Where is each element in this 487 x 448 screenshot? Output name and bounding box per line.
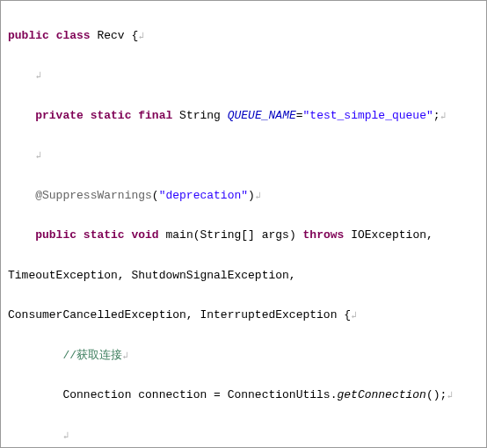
brace: { [125, 29, 139, 42]
code-editor: public class Recv {↲ ↲ private static fi… [0, 0, 487, 448]
linefeed-icon: ↲ [122, 350, 128, 361]
exception-list: ConsumerCancelledException, InterruptedE… [8, 308, 351, 322]
code-line: TimeoutException, ShutdownSignalExceptio… [8, 266, 479, 286]
keyword-class: class [56, 29, 91, 42]
op: = [296, 109, 303, 122]
linefeed-icon: ↲ [138, 31, 144, 41]
static-method: getConnection [337, 388, 425, 401]
keyword-public: public [8, 29, 49, 42]
linefeed-icon: ↲ [351, 310, 357, 321]
code-line: public static void main(String[] args) t… [8, 226, 479, 246]
annotation: @SuppressWarnings [35, 189, 152, 202]
keyword-final: final [138, 109, 172, 122]
code-line: private static final String QUEUE_NAME="… [8, 106, 479, 126]
code-text: (); [426, 388, 447, 401]
constant-queue-name: QUEUE_NAME [228, 109, 296, 122]
code-line: Connection connection = ConnectionUtils.… [8, 386, 479, 406]
class-name: Recv [97, 29, 124, 42]
exception-list: TimeoutException, ShutdownSignalExceptio… [8, 269, 296, 282]
code-line: ConsumerCancelledException, InterruptedE… [8, 306, 479, 326]
code-line: ↲ [8, 426, 479, 446]
keyword-static: static [84, 228, 125, 242]
keyword-private: private [35, 109, 84, 122]
keyword-throws: throws [303, 228, 345, 242]
linefeed-icon: ↲ [447, 390, 453, 401]
string-literal: "deprecation" [159, 189, 248, 202]
linefeed-icon: ↲ [35, 70, 41, 81]
linefeed-icon: ↲ [255, 191, 261, 201]
code-line: ↲ [8, 66, 479, 86]
code-line: ↲ [8, 146, 479, 166]
code-line: public class Recv {↲ [8, 26, 479, 47]
code-line: //获取连接↲ [8, 346, 479, 366]
exception: IOException, [351, 228, 433, 242]
paren: ) [248, 189, 255, 202]
keyword-static: static [91, 109, 132, 122]
semi: ; [433, 109, 440, 122]
linefeed-icon: ↲ [35, 150, 41, 161]
method-sig: main(String[] args) [166, 228, 296, 242]
keyword-public: public [35, 228, 76, 242]
linefeed-icon: ↲ [62, 430, 69, 441]
linefeed-icon: ↲ [440, 111, 447, 121]
type: String [179, 109, 221, 122]
keyword-void: void [131, 228, 158, 242]
code-line: @SuppressWarnings("deprecation")↲ [8, 186, 479, 206]
comment: //获取连接 [62, 349, 122, 362]
paren: ( [152, 189, 159, 202]
code-text: Connection connection = ConnectionUtils. [62, 388, 337, 401]
string-literal: "test_simple_queue" [303, 109, 433, 122]
